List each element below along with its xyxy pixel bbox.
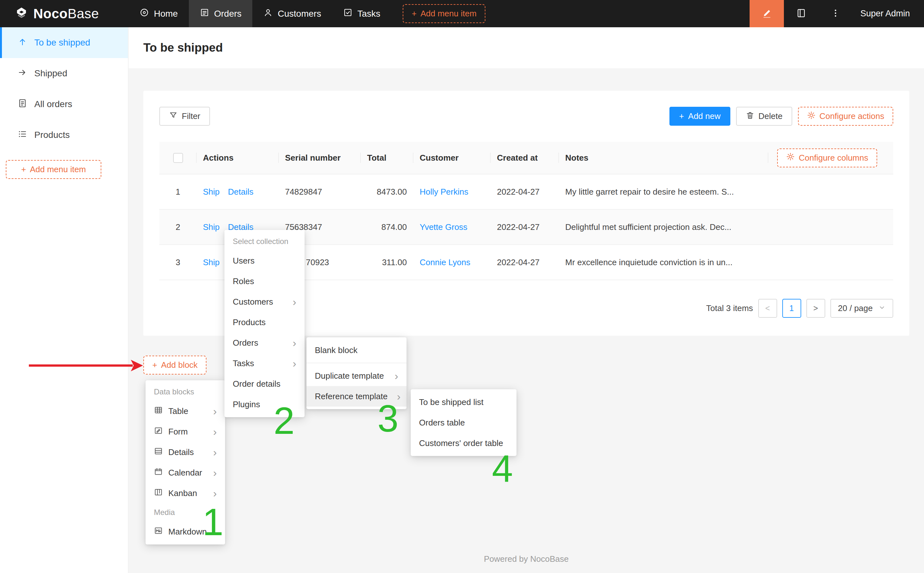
row-index: 2 — [159, 210, 197, 245]
column-header-notes: Notes — [559, 142, 768, 174]
list-icon — [18, 129, 27, 141]
customer-link[interactable]: Yvette Gross — [420, 222, 467, 232]
page-title: To be shipped — [143, 41, 223, 55]
sidebar: To be shipped Shipped All orders Product… — [0, 27, 128, 573]
row-index: 1 — [159, 174, 197, 210]
menu-item-calendar-block[interactable]: Calendar › — [145, 462, 225, 483]
sidebar-item-products[interactable]: Products — [0, 120, 128, 150]
created-at-cell: 2022-04-27 — [491, 245, 559, 280]
sidebar-item-label: Products — [34, 130, 70, 140]
nav-item-customers[interactable]: Customers — [252, 0, 332, 27]
details-action-link[interactable]: Details — [228, 187, 253, 197]
menu-item-orders-table[interactable]: Orders table — [411, 412, 516, 433]
page-size-select[interactable]: 20 / page — [830, 299, 893, 318]
kanban-block-icon — [154, 488, 163, 499]
chevron-right-icon: › — [391, 370, 398, 381]
menu-item-table-block[interactable]: Table › — [145, 401, 225, 421]
menu-item-roles[interactable]: Roles — [224, 271, 305, 291]
customer-link[interactable]: Connie Lyons — [420, 257, 471, 267]
page-number-button[interactable]: 1 — [782, 299, 801, 318]
brand[interactable]: NocoBase — [0, 0, 128, 27]
ui-editor-button[interactable] — [750, 0, 784, 27]
sidebar-item-shipped[interactable]: Shipped — [0, 58, 128, 89]
customers-icon — [263, 8, 273, 20]
configure-columns-button[interactable]: Configure columns — [777, 149, 877, 168]
reference-template-menu: To be shipped list Orders table Customer… — [411, 389, 516, 456]
menu-item-users[interactable]: Users — [224, 250, 305, 271]
customer-link[interactable]: Holly Perkins — [420, 187, 468, 197]
menu-item-blank-block[interactable]: Blank block — [306, 340, 406, 360]
ship-action-link[interactable]: Ship — [203, 257, 220, 267]
next-page-button[interactable]: > — [806, 299, 825, 318]
sidebar-add-menu-item-button[interactable]: + Add menu item — [6, 160, 101, 179]
step-number-4: 4 — [492, 447, 513, 491]
brand-name: NocoBase — [33, 6, 99, 22]
gear-icon — [786, 152, 795, 163]
menu-item-details-block[interactable]: Details › — [145, 442, 225, 462]
delete-button[interactable]: Delete — [736, 107, 792, 126]
notes-cell: Mr excellence inquietude conviction is i… — [559, 245, 768, 280]
sidebar-item-all-orders[interactable]: All orders — [0, 89, 128, 120]
table-toolbar: Filter + Add new Delete Con — [159, 107, 893, 126]
book-icon — [796, 8, 806, 20]
plus-icon: + — [152, 360, 157, 370]
menu-item-tasks[interactable]: Tasks› — [224, 353, 305, 374]
toolbar-right: + Add new Delete Configure actions — [669, 107, 893, 126]
ship-action-link[interactable]: Ship — [203, 187, 220, 197]
chevron-right-icon: › — [289, 337, 296, 348]
select-all-checkbox[interactable] — [173, 153, 183, 163]
column-header-customer: Customer — [413, 142, 491, 174]
filter-button[interactable]: Filter — [159, 107, 210, 126]
powered-by-footer: Powered by NocoBase — [128, 554, 924, 564]
markdown-block-icon — [154, 526, 163, 537]
nav-item-label: Orders — [214, 9, 242, 19]
serial-number-cell: 74829847 — [278, 174, 361, 210]
nav-item-label: Home — [154, 9, 178, 19]
nav-item-orders[interactable]: Orders — [189, 0, 253, 27]
menu-item-form-block[interactable]: Form › — [145, 421, 225, 442]
plugin-manager-button[interactable] — [784, 0, 818, 27]
sidebar-item-to-be-shipped[interactable]: To be shipped — [0, 27, 128, 58]
plus-icon: + — [679, 111, 684, 121]
add-menu-item-button[interactable]: + Add menu item — [403, 4, 485, 23]
user-menu[interactable]: Super Admin — [852, 0, 924, 27]
menu-item-duplicate-template[interactable]: Duplicate template› — [306, 366, 406, 386]
menu-item-orders[interactable]: Orders› — [224, 332, 305, 353]
more-menu-button[interactable] — [818, 0, 852, 27]
nav-item-home[interactable]: Home — [128, 0, 189, 27]
total-cell: 311.00 — [361, 245, 413, 280]
nocobase-logo-icon — [15, 6, 28, 21]
column-header-actions: Actions — [197, 142, 278, 174]
nav-item-tasks[interactable]: Tasks — [332, 0, 391, 27]
menu-item-products[interactable]: Products — [224, 312, 305, 332]
gear-icon — [807, 111, 816, 122]
add-block-button[interactable]: + Add block — [143, 355, 206, 374]
step-number-1: 1 — [202, 500, 224, 544]
trash-icon — [746, 111, 754, 122]
add-new-button[interactable]: + Add new — [669, 107, 730, 126]
top-nav: NocoBase Home Orders Customers Tasks + A… — [0, 0, 924, 27]
vertical-ellipsis-icon — [831, 8, 840, 19]
orders-icon — [200, 8, 210, 20]
total-cell: 8473.00 — [361, 174, 413, 210]
calendar-block-icon — [154, 467, 163, 478]
plus-icon: + — [412, 9, 416, 19]
nav-right-actions: Super Admin — [750, 0, 924, 27]
arrow-up-icon — [18, 37, 27, 49]
step-number-3: 3 — [377, 397, 399, 440]
table-row[interactable]: 1 ShipDetails 74829847 8473.00 Holly Per… — [159, 174, 893, 210]
column-header-serial-number: Serial number — [278, 142, 361, 174]
previous-page-button[interactable]: < — [758, 299, 777, 318]
column-header-created-at: Created at — [491, 142, 559, 174]
menu-item-to-be-shipped-list[interactable]: To be shipped list — [411, 392, 516, 412]
configure-actions-button[interactable]: Configure actions — [798, 107, 893, 126]
document-icon — [18, 99, 27, 110]
notes-cell: Delightful met sufficient projection ask… — [559, 210, 768, 245]
annotation-arrow — [27, 355, 149, 376]
ship-action-link[interactable]: Ship — [203, 222, 220, 232]
table-block-icon — [154, 405, 163, 417]
step-number-2: 2 — [274, 399, 295, 443]
chevron-right-icon: › — [210, 467, 217, 478]
menu-item-order-details[interactable]: Order details — [224, 374, 305, 394]
menu-item-customers[interactable]: Customers› — [224, 291, 305, 312]
